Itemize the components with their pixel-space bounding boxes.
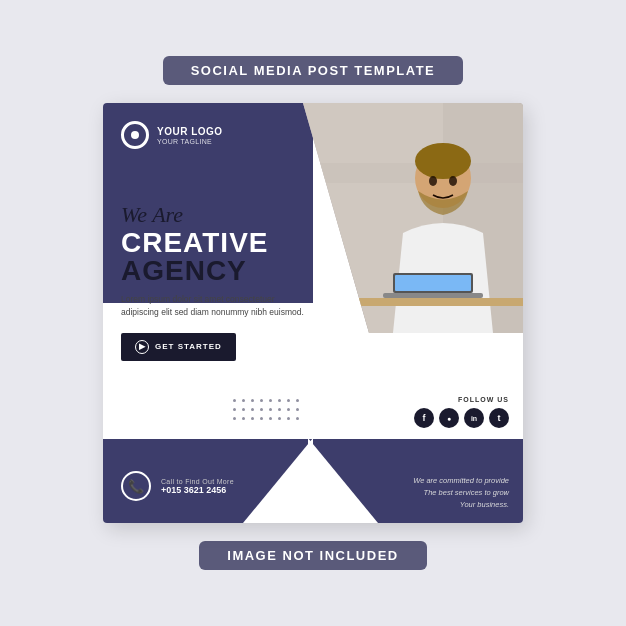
phone-number: +015 3621 2456 xyxy=(161,485,234,495)
logo-icon xyxy=(121,121,149,149)
social-icons-row: f ● in t xyxy=(414,408,509,428)
person-illustration xyxy=(303,103,523,333)
bg-diagonal-2 xyxy=(308,438,378,523)
svg-point-5 xyxy=(429,176,437,186)
svg-point-4 xyxy=(415,143,471,179)
phone-area: 📞 Call to Find Out More +015 3621 2456 xyxy=(121,471,234,501)
photo-area xyxy=(303,103,523,333)
svg-point-6 xyxy=(449,176,457,186)
follow-us-area: FOLLOW US f ● in t xyxy=(414,396,509,428)
top-label: SOCIAL MEDIA POST TEMPLATE xyxy=(163,56,464,85)
follow-label: FOLLOW US xyxy=(458,396,509,403)
headline-line1: CREATIVE xyxy=(121,229,331,257)
description-text: Lorem ipsum dolor sit amet consectetuer … xyxy=(121,293,311,319)
bg-diagonal-1 xyxy=(243,438,313,523)
social-media-card: YOUR LOGO YOUR TAGLINE We Are CREATIVE A… xyxy=(103,103,523,523)
phone-info: Call to Find Out More +015 3621 2456 xyxy=(161,478,234,495)
facebook-icon[interactable]: f xyxy=(414,408,434,428)
commitment-line3: Your business. xyxy=(413,499,509,511)
twitter-icon[interactable]: t xyxy=(489,408,509,428)
instagram-icon[interactable]: ● xyxy=(439,408,459,428)
logo-area: YOUR LOGO YOUR TAGLINE xyxy=(121,121,223,149)
commitment-line1: We are committed to provide xyxy=(413,475,509,487)
get-started-button[interactable]: ▶ GET STARTED xyxy=(121,333,236,361)
white-stripe-deco xyxy=(103,436,523,439)
photo-placeholder xyxy=(303,103,523,333)
content-area: We Are CREATIVE AGENCY Lorem ipsum dolor… xyxy=(121,203,331,361)
svg-rect-7 xyxy=(383,293,483,298)
we-are-text: We Are xyxy=(121,203,331,227)
phone-label: Call to Find Out More xyxy=(161,478,234,485)
svg-rect-9 xyxy=(395,275,471,291)
headline-line2: AGENCY xyxy=(121,257,331,285)
bottom-label: IMAGE NOT INCLUDED xyxy=(199,541,426,570)
commitment-text: We are committed to provide The best ser… xyxy=(413,475,509,511)
dots-decoration xyxy=(233,399,302,423)
phone-icon: 📞 xyxy=(121,471,151,501)
button-arrow-icon: ▶ xyxy=(135,340,149,354)
commitment-line2: The best services to grow xyxy=(413,487,509,499)
svg-rect-10 xyxy=(353,298,523,306)
linkedin-icon[interactable]: in xyxy=(464,408,484,428)
logo-text: YOUR LOGO YOUR TAGLINE xyxy=(157,126,223,145)
